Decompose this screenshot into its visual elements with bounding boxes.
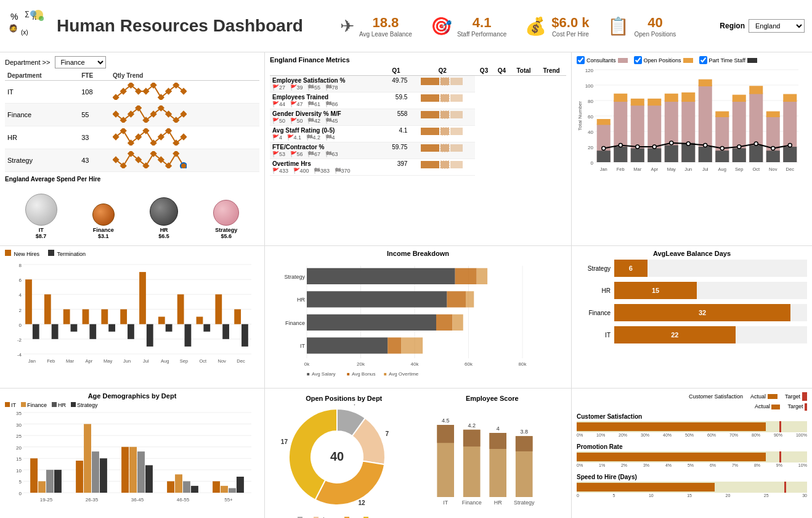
- svg-rect-119: [749, 86, 763, 94]
- leave-track: 15: [614, 282, 807, 299]
- svg-rect-115: [733, 95, 746, 102]
- svg-rect-204: [477, 268, 488, 284]
- svg-text:6: 6: [19, 278, 22, 283]
- kpi-avg-leave-value: 18.8: [359, 15, 412, 31]
- bullet-track: [577, 482, 807, 493]
- open-pos-check[interactable]: [634, 56, 642, 64]
- bubble-it-circle: [25, 194, 57, 226]
- age-title: Age Demographics by Dept: [5, 392, 259, 400]
- svg-text:60: 60: [588, 114, 593, 120]
- svg-rect-210: [307, 314, 436, 331]
- row2: New Hires Termination -4-202468JanFebMar…: [0, 246, 812, 388]
- legend-consultants[interactable]: Consultants: [577, 56, 628, 64]
- svg-rect-258: [191, 486, 198, 493]
- svg-point-137: [737, 145, 741, 149]
- leave-track: 6: [614, 260, 807, 277]
- bullet-promotion-rate: Promotion Rate 0%1%2%3%4%5%6%7%8%9%10%: [577, 443, 807, 467]
- svg-rect-46: [173, 151, 179, 157]
- chart-legends: Consultants Open Positions Part Time Sta…: [577, 56, 807, 64]
- bubble-strategy: Strategy$5.6: [213, 200, 239, 239]
- income-panel: Income Breakdown 0k20k40k60k80kStrategyH…: [265, 246, 572, 388]
- svg-text:-4: -4: [17, 352, 22, 358]
- metrics-panel: England Finance Metrics Q1 Q2 Q3 Q4 Tota…: [265, 52, 572, 245]
- svg-text:Strategy: Strategy: [513, 500, 534, 506]
- svg-rect-62: [441, 144, 449, 152]
- metric-label: Employee Satisfaction % 🚩27 🚩39 🏁55 🏁78: [270, 76, 383, 92]
- kpis-container: ✈ 18.8 Avg Leave Balance 🎯 4.1 Staff Per…: [340, 15, 707, 38]
- svg-text:■: ■: [307, 371, 310, 377]
- svg-text:Apr: Apr: [651, 166, 658, 172]
- svg-text:19-25: 19-25: [40, 497, 53, 503]
- svg-text:Dec: Dec: [786, 166, 795, 172]
- svg-text:100: 100: [585, 83, 594, 89]
- dept-name: IT: [5, 81, 79, 104]
- svg-rect-90: [631, 149, 644, 163]
- axis-tick: 8%: [754, 463, 760, 467]
- axis-tick: 15: [687, 493, 692, 498]
- age-strat-legend: Strategy: [71, 402, 98, 408]
- svg-text:■: ■: [347, 371, 350, 377]
- dept-sparkline: [110, 126, 259, 149]
- plane-icon: ✈: [340, 16, 354, 36]
- svg-rect-65: [441, 161, 449, 168]
- svg-text:40: 40: [330, 450, 344, 463]
- leave-bar-hr: HR 15: [577, 282, 807, 299]
- age-legend: IT Finance HR Strategy: [5, 402, 259, 408]
- svg-rect-283: [515, 436, 532, 451]
- mcol-q1: Q1: [383, 66, 410, 76]
- dept-table: Department FTE Qtly Trend IT 108 Finance…: [5, 71, 259, 172]
- region-select[interactable]: England Scotland Wales: [749, 19, 805, 33]
- bullet-panel: Customer Satisfaction Actual Target Actu…: [572, 388, 812, 518]
- svg-text:20k: 20k: [357, 361, 365, 367]
- income-title: Income Breakdown: [270, 250, 566, 257]
- bullet-axis: 0%10%20%30%40%50%60%70%80%90%100%: [577, 433, 807, 437]
- bullet-actual-label: Customer Satisfaction: [689, 393, 743, 400]
- dept-name: HR: [5, 126, 79, 149]
- kpi-avg-leave: ✈ 18.8 Avg Leave Balance: [340, 15, 412, 38]
- svg-rect-165: [83, 310, 89, 324]
- bullet-target: [779, 451, 781, 462]
- target-text: Target: [787, 403, 807, 411]
- svg-text:30: 30: [16, 422, 22, 428]
- metric-label: FTE/Contractor % 🚩53 🚩56 🏁67 🏁63: [270, 142, 383, 159]
- svg-rect-279: [489, 433, 506, 449]
- bullet-legend: Customer Satisfaction Actual Target: [577, 392, 807, 401]
- svg-text:May: May: [104, 358, 112, 364]
- svg-text:Avg Bonus: Avg Bonus: [352, 371, 376, 377]
- svg-rect-250: [121, 447, 129, 493]
- consultants-check[interactable]: [577, 56, 585, 64]
- svg-text:Nov: Nov: [769, 166, 777, 172]
- age-fin-legend: Finance: [21, 402, 47, 408]
- target-icon: 🎯: [431, 16, 452, 36]
- bubble-strategy-label: Strategy$5.6: [215, 227, 237, 239]
- svg-rect-242: [46, 470, 54, 493]
- svg-text:May: May: [667, 166, 676, 172]
- legend-open-pos[interactable]: Open Positions: [634, 56, 693, 64]
- region-control: Region England Scotland Wales: [720, 19, 805, 33]
- bullet-target: [779, 421, 781, 432]
- svg-rect-114: [733, 149, 746, 163]
- metric-label: Overtime Hrs 🚩433 🚩400 🏁383 🏁370: [270, 159, 383, 176]
- svg-text:4: 4: [352, 405, 355, 406]
- svg-text:Oct: Oct: [200, 358, 208, 364]
- part-time-check[interactable]: [699, 56, 707, 64]
- metric-trend: [410, 92, 475, 109]
- svg-rect-91: [631, 99, 644, 105]
- leave-label: IT: [577, 332, 611, 339]
- svg-text:IT: IT: [443, 500, 449, 506]
- svg-text:🧔: 🧔: [9, 23, 18, 33]
- svg-rect-55: [421, 111, 439, 118]
- svg-rect-211: [436, 314, 452, 331]
- bullet-title: Promotion Rate: [577, 443, 807, 450]
- leave-fill: 6: [614, 260, 648, 277]
- svg-rect-157: [33, 324, 39, 339]
- svg-rect-163: [71, 324, 78, 332]
- svg-rect-189: [234, 310, 241, 324]
- svg-text:17: 17: [281, 438, 288, 445]
- legend-part-time[interactable]: Part Time Staff: [699, 56, 757, 64]
- kpi-staff-perf: 🎯 4.1 Staff Performance: [431, 15, 506, 38]
- dept-label: Department >>: [5, 59, 50, 66]
- bubble-finance-circle: [92, 204, 115, 226]
- svg-rect-49: [421, 78, 439, 85]
- dept-dropdown[interactable]: Finance IT HR Strategy: [55, 56, 106, 68]
